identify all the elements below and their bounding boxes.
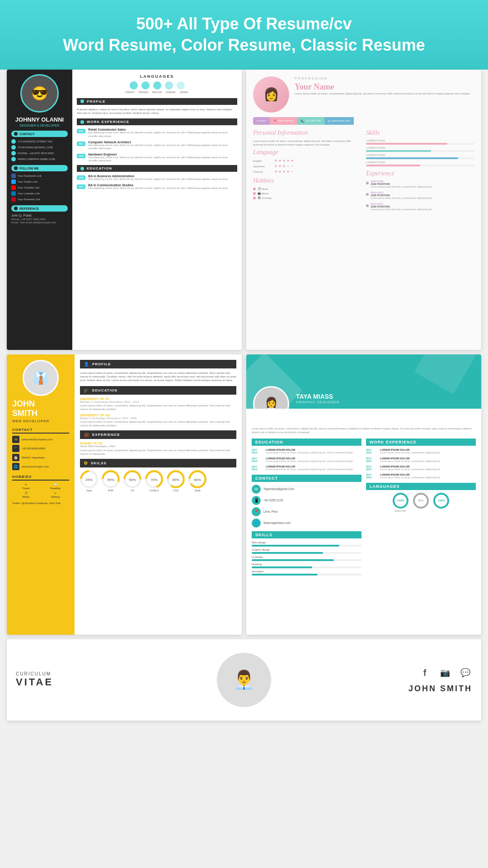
svg-text:25%: 25% <box>85 478 93 482</box>
language-icons <box>77 81 237 90</box>
contact-item: YOUR.EMAIL@GMAIL.COM <box>11 145 68 150</box>
experience-title: Experience <box>366 170 474 177</box>
education-bar: 🎓 EDUCATION <box>80 386 236 395</box>
donut-css: 85% CSS <box>167 470 185 492</box>
hobby-item: 🍳 Cooking <box>253 196 361 199</box>
resume-card-4: 👩‍💼 TAYA MIASS GRAPHIC DESIGNER Lorem ip… <box>246 354 481 635</box>
donut-swift: 90% Swift <box>188 470 206 492</box>
reference-name: John Q. Public <box>11 214 68 217</box>
card4-right-col: WORK EXPERIENCE 2017 2015 LOREM IPSUM DO… <box>366 439 476 577</box>
hobbies-title: Hobbies <box>253 177 361 184</box>
card3-social: Twitter: @Johndoe Facebook: John Doe <box>12 502 69 505</box>
work-item: 2017 2015 LOREM IPSUM DOLOR Lorem ipsum … <box>366 473 476 479</box>
donut-chart-css: 85% <box>167 470 185 488</box>
work-title: WORK EXPERIENCE <box>366 439 476 446</box>
hobby-item: 🎬 Movie <box>253 192 361 195</box>
resume-card-5: CURICULUM VITAE 👨‍💼 f 📷 💬 JOHN SMITH <box>7 639 481 721</box>
social-item: Your Facebook Link <box>11 174 68 178</box>
card4-left-col: EDUCATION 2017 2015 LOREM IPSUM DOLOR Lo… <box>252 439 361 577</box>
web-icon: 🌐 <box>252 519 261 528</box>
lang-2: 85% <box>413 493 429 512</box>
experience-item: 2010-2013 JOB POSITION Lorem ipsum dolor… <box>366 191 474 200</box>
hobbies-grid: ✈ Travel 📖 Reading 🎵 Music ✏ Writing <box>12 483 69 498</box>
home-icon: 🏠 <box>12 454 19 461</box>
lang-english: 100% ENGLISH <box>393 493 408 512</box>
social-item: Your Linkedin Link <box>11 191 68 196</box>
timeline-item: 2012 Retail Commission Sales Sed adipisc… <box>77 128 237 137</box>
lang-circle <box>130 81 138 90</box>
card4-name: TAYA MIASS <box>296 393 339 400</box>
cv-label-section: CURICULUM VITAE <box>16 671 208 688</box>
lang-circle <box>141 81 150 90</box>
section-bar-dot <box>80 120 84 124</box>
work-item: 2017 2015 LOREM IPSUM DOLOR Lorem ipsum … <box>366 465 476 471</box>
social-item: Your Twitter Link <box>11 179 68 184</box>
languages-title: LANGUAGES <box>77 74 237 79</box>
experience-item: 2002-2005 JOB POSITION Lorem ipsum dolor… <box>366 180 474 189</box>
contact-bar-email: ✉ www.email.com <box>324 117 354 125</box>
resume-card-2: 👩 PROFESSION Your Name Lorem ipsum dolor… <box>246 70 481 350</box>
card3-sidebar: 👔 JOHN SMITH WEB DEVELOPER CONTACT ✉ joh… <box>7 354 75 635</box>
donut-php: 55% PHP <box>102 470 120 492</box>
personal-info-section: Personal Information Lorem ipsum dolor s… <box>253 129 361 214</box>
contact-label: CONTACT <box>11 131 68 137</box>
page-header: 500+ All Type Of Resume/cv Word Resume, … <box>0 0 488 65</box>
work-section-bar: WORK EXPERIENCE <box>77 118 237 125</box>
card1-title: DESIGNER & DEVELOPER <box>11 124 68 127</box>
social-item: Your Youtube Link <box>11 185 68 190</box>
education-title: EDUCATION <box>252 439 361 446</box>
svg-text:50%: 50% <box>129 478 136 482</box>
cv-label-large: VITAE <box>16 676 208 688</box>
contact-bar-phone: 📞 123 456 789 <box>297 117 324 125</box>
experience-item: DUGAB YK.CO Junior Web Developer | 2016 … <box>80 442 236 456</box>
education-item: UNIVERSITY OF GK Master in Technology In… <box>80 414 236 428</box>
edu-item: 2017 2015 LOREM IPSUM DOLOR Lorem ipsum … <box>252 465 361 471</box>
card4-header-bg: 👩‍💼 TAYA MIASS GRAPHIC DESIGNER <box>246 354 481 409</box>
donut-cs: 50% C# <box>123 470 141 492</box>
donut-chart-swift: 90% <box>188 470 206 488</box>
card1-name: JOHNNY OLANNI <box>11 116 68 123</box>
contact-item: ✉ Tayamiass@gmail.Com <box>252 485 361 494</box>
card4-job: GRAPHIC DESIGNER <box>296 400 339 404</box>
card4-shape2 <box>414 354 476 394</box>
instagram-icon: 📷 <box>438 666 452 679</box>
section-bar-dot <box>80 167 84 170</box>
card4-name-area: TAYA MIASS GRAPHIC DESIGNER <box>296 393 339 404</box>
web-icon: 🌐 <box>12 463 19 470</box>
donut-html: 70% HTML5 <box>145 470 163 492</box>
card1-main: LANGUAGES FRENCH SPANISH ENGLISH CHINESE… <box>72 70 242 350</box>
card2-header: 👩 PROFESSION Your Name Lorem ipsum dolor… <box>253 76 474 113</box>
card1-photo: 😎 <box>20 74 59 113</box>
education-section-bar: EDUCATION <box>77 165 237 172</box>
card3-contact-item: ✉ johnsmith@company.com <box>12 436 69 443</box>
skills-experience-section: Skills LOREM IPSUM LOREM IPSUM LOREM IPS… <box>366 129 474 214</box>
hobby-music: 🎵 Music <box>12 491 40 498</box>
profile-text: Lorem ipsum dolor sit amet, consectetur … <box>80 371 236 382</box>
contact-bar-address: 📍 Your Address <box>270 117 297 125</box>
hobby-travel: ✈ Travel <box>12 483 40 490</box>
email-icon: ✉ <box>12 436 19 443</box>
skill-bar: Animation <box>252 570 361 576</box>
cv-right-section: f 📷 💬 JOHN SMITH <box>280 666 472 693</box>
card2-profession: PROFESSION <box>295 76 470 80</box>
svg-text:70%: 70% <box>150 478 158 482</box>
contact-bar-label: Contact <box>253 117 270 125</box>
profile-icon: 👤 <box>84 362 89 367</box>
donut-chart-html: 70% <box>145 470 163 488</box>
skills-title: Skills <box>366 129 474 137</box>
experience-item: 2013-2017 JOB POSITION Lorem ipsum dolor… <box>366 203 474 211</box>
card2-contact-bar: Contact 📍 Your Address 📞 123 456 789 ✉ w… <box>253 117 474 125</box>
contact-item: 📱 +82 0256 2125 <box>252 496 361 505</box>
card3-hobbies-label: HOBBIES <box>12 475 69 481</box>
facebook-icon: f <box>418 666 432 679</box>
timeline-item: 2000 BA in Business Administration Sed a… <box>77 175 237 181</box>
edu-item: 2017 2015 LOREM IPSUM DOLOR Lorem ipsum … <box>252 457 361 463</box>
donut-chart-php: 55% <box>102 470 120 488</box>
skill-bar: Graphic design <box>252 548 361 554</box>
email-icon: ✉ <box>252 485 261 494</box>
social-icons-row: f 📷 💬 <box>280 666 472 679</box>
skills-title: SKILLS <box>252 531 361 538</box>
lang-circle <box>177 81 185 90</box>
reference-email: Email: Your.email.add@example.com <box>11 221 68 224</box>
skills-icon: ⚙ <box>84 461 88 466</box>
